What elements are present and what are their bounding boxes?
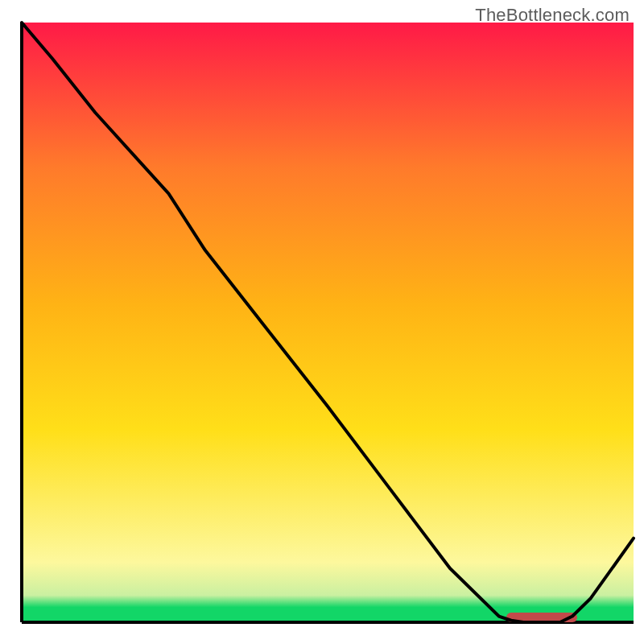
chart-root: TheBottleneck.com xyxy=(0,0,644,644)
gradient-background xyxy=(22,23,634,622)
bottleneck-chart xyxy=(0,0,644,644)
